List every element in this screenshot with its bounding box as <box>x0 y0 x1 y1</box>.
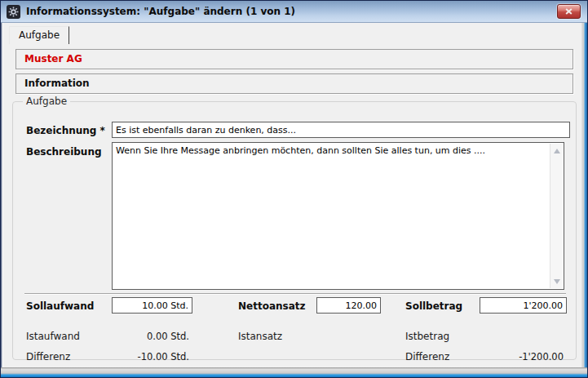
sollaufwand-input[interactable] <box>112 297 192 314</box>
nettoansatz-label: Nettoansatz <box>238 300 306 312</box>
groupbox-legend: Aufgabe <box>23 96 70 108</box>
beschreibung-label: Beschreibung <box>26 146 102 158</box>
differenz-aufwand-label: Differenz <box>26 351 70 362</box>
differenz-betrag-value: -1'200.00 <box>480 351 567 362</box>
window-frame-left <box>1 23 4 367</box>
titlebar: Informationssystem: "Aufgabe" ändern (1 … <box>1 1 587 23</box>
close-button[interactable] <box>557 4 581 19</box>
tab-aufgabe[interactable]: Aufgabe <box>9 26 69 44</box>
aufgabe-groupbox: Aufgabe Bezeichnung * Beschreibung Wenn … <box>12 101 577 360</box>
information-header: Information <box>15 73 573 94</box>
triangle-down-icon <box>554 279 560 284</box>
sollbetrag-input[interactable] <box>480 297 567 314</box>
window-title: Informationssystem: "Aufgabe" ändern (1 … <box>26 1 295 22</box>
nettoansatz-input[interactable] <box>316 297 381 314</box>
close-icon <box>565 8 573 15</box>
istaufwand-value: 0.00 Std. <box>112 331 192 342</box>
beschreibung-text: Wenn Sie Ihre Message anbringen möchten,… <box>116 145 546 157</box>
bezeichnung-label: Bezeichnung * <box>26 125 105 136</box>
scroll-down-button[interactable] <box>550 275 563 287</box>
istbetrag-label: Istbetrag <box>405 331 449 342</box>
istaufwand-label: Istaufwand <box>26 331 80 342</box>
window-frame-right <box>581 23 587 367</box>
scroll-up-button[interactable] <box>550 145 563 157</box>
triangle-up-icon <box>554 149 560 153</box>
differenz-betrag-label: Differenz <box>405 351 449 362</box>
gear-icon <box>7 5 20 19</box>
vertical-scrollbar[interactable] <box>550 144 563 288</box>
dialog-window: Informationssystem: "Aufgabe" ändern (1 … <box>0 0 588 378</box>
window-frame-bottom <box>1 367 587 377</box>
differenz-aufwand-value: -10.00 Std. <box>112 351 192 362</box>
bezeichnung-input[interactable] <box>112 122 570 138</box>
totals-divider <box>24 293 566 294</box>
beschreibung-textarea[interactable]: Wenn Sie Ihre Message anbringen möchten,… <box>112 142 564 290</box>
sollaufwand-label: Sollaufwand <box>26 300 94 312</box>
sollbetrag-label: Sollbetrag <box>405 300 462 312</box>
company-header: Muster AG <box>15 49 573 69</box>
istansatz-label: Istansatz <box>238 331 282 342</box>
